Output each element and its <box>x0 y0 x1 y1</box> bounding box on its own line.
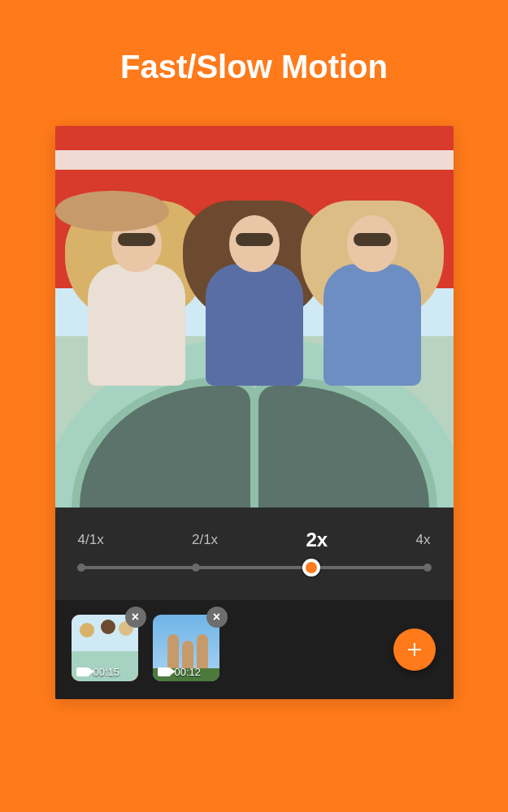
video-icon <box>158 667 171 676</box>
add-clip-button[interactable] <box>393 628 436 671</box>
clip-meta: 00:15 <box>76 666 120 678</box>
clip-duration: 00:15 <box>93 666 120 678</box>
video-icon <box>76 667 89 676</box>
speed-slider[interactable] <box>81 566 428 569</box>
speed-option-3[interactable]: 4x <box>416 532 431 555</box>
speed-tick-labels: 4/1x 2/1x 2x 4x <box>78 532 431 555</box>
clip-item-1[interactable]: × 00:12 <box>153 615 219 681</box>
page-title: Fast/Slow Motion <box>0 0 508 126</box>
speed-option-0[interactable]: 4/1x <box>78 532 104 555</box>
video-preview[interactable] <box>55 126 454 508</box>
speed-option-1[interactable]: 2/1x <box>192 532 218 555</box>
slider-tick <box>423 564 432 572</box>
clip-strip: × 00:15 × 00:12 <box>55 600 454 699</box>
preview-illustration <box>55 150 454 170</box>
clip-remove-button[interactable]: × <box>125 607 146 628</box>
clip-item-0[interactable]: × 00:15 <box>72 615 138 681</box>
preview-illustration <box>323 215 421 386</box>
plus-icon <box>405 640 424 659</box>
clip-remove-button[interactable]: × <box>206 607 228 628</box>
preview-illustration <box>88 215 185 386</box>
clip-duration: 00:12 <box>175 666 202 678</box>
preview-illustration <box>206 215 303 386</box>
speed-control: 4/1x 2/1x 2x 4x <box>55 508 454 600</box>
slider-tick <box>77 564 85 572</box>
close-icon: × <box>213 610 220 624</box>
video-editor-panel: 4/1x 2/1x 2x 4x × 00:15 × <box>55 126 454 699</box>
slider-tick <box>192 564 200 572</box>
slider-knob[interactable] <box>302 559 320 577</box>
speed-option-2[interactable]: 2x <box>306 529 328 551</box>
clip-meta: 00:12 <box>158 666 202 678</box>
close-icon: × <box>132 610 139 624</box>
